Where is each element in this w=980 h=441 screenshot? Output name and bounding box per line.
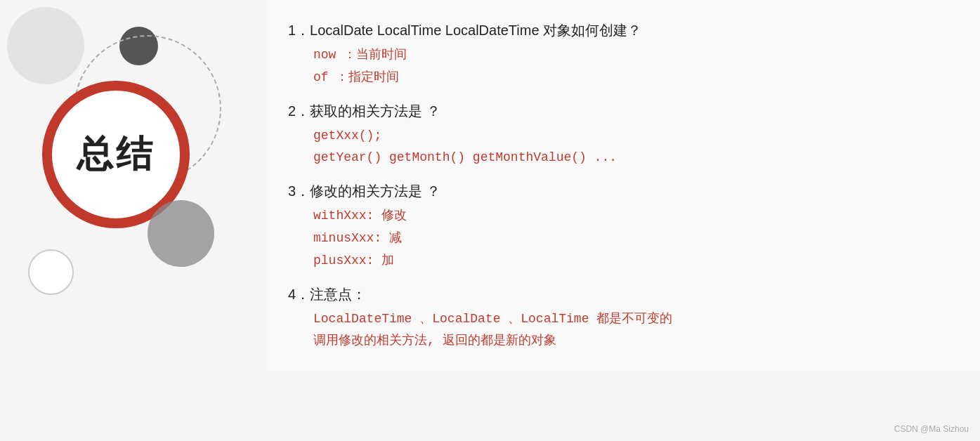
section-heading-s4: 4．注意点： [288, 284, 952, 305]
section-content-s2: getXxx();getYear() getMonth() getMonthVa… [288, 126, 952, 169]
section-s2: 2．获取的相关方法是 ？getXxx();getYear() getMonth(… [288, 100, 952, 169]
main-circle-text: 总结 [77, 130, 155, 179]
deco-circle-top-left [7, 7, 84, 84]
right-panel: 1．LocalDate LocalTime LocalDateTime 对象如何… [267, 0, 980, 371]
section-content-s3: withXxx: 修改minusXxx: 减plusXxx: 加 [288, 206, 952, 270]
right-wrapper: 1．LocalDate LocalTime LocalDateTime 对象如何… [267, 0, 980, 441]
code-line-s3-0: withXxx: 修改 [313, 206, 952, 226]
code-line-s3-2: plusXxx: 加 [313, 251, 952, 271]
section-heading-s3: 3．修改的相关方法是 ？ [288, 180, 952, 202]
code-line-s2-0: getXxx(); [313, 126, 952, 146]
code-line-s2-1: getYear() getMonth() getMonthValue() ... [313, 147, 952, 168]
code-line-s4-0: LocalDateTime 、LocalDate 、LocalTime 都是不可… [313, 309, 952, 329]
deco-circle-white-bottom [28, 249, 74, 295]
watermark: CSDN @Ma Sizhou [894, 424, 969, 434]
code-line-s1-0: now ：当前时间 [313, 45, 952, 65]
section-heading-s2: 2．获取的相关方法是 ？ [288, 100, 952, 121]
section-s1: 1．LocalDate LocalTime LocalDateTime 对象如何… [288, 20, 952, 88]
section-s4: 4．注意点：LocalDateTime 、LocalDate 、LocalTim… [288, 284, 952, 352]
left-panel: 总结 [0, 0, 267, 441]
deco-circle-gray-bottom [148, 200, 214, 267]
section-heading-s1: 1．LocalDate LocalTime LocalDateTime 对象如何… [288, 20, 952, 41]
section-s3: 3．修改的相关方法是 ？withXxx: 修改minusXxx: 减plusXx… [288, 180, 952, 270]
section-content-s4: LocalDateTime 、LocalDate 、LocalTime 都是不可… [288, 309, 952, 352]
code-line-s3-1: minusXxx: 减 [313, 228, 952, 249]
code-line-s1-1: of ：指定时间 [313, 67, 952, 88]
code-line-s4-1: 调用修改的相关方法, 返回的都是新的对象 [313, 331, 952, 351]
section-content-s1: now ：当前时间of ：指定时间 [288, 45, 952, 88]
